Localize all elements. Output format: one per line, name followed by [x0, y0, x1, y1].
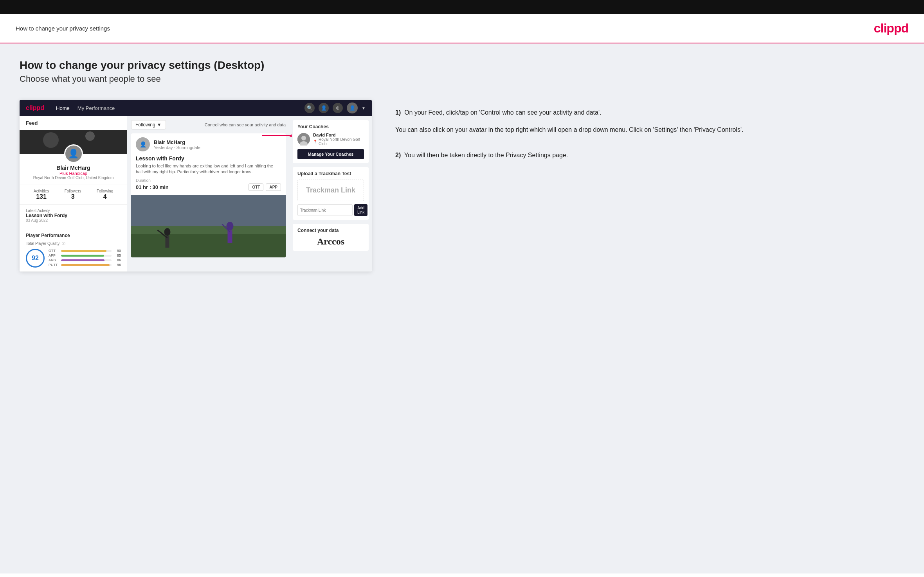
bar-arg-track [61, 259, 112, 261]
bar-arg: ARG 86 [49, 258, 121, 262]
trackman-input-row: Add Link [297, 204, 364, 216]
profile-stats: Activities 131 Followers 3 Following 4 [20, 185, 127, 205]
app-nav: clippd Home My Performance 🔍 👤 ⊕ 👤 ▼ [20, 100, 372, 116]
stat-activities: Activities 131 [34, 189, 49, 200]
activity-image [131, 195, 286, 257]
app-feed: Following ▼ Control who can see your act… [127, 116, 290, 271]
connect-card: Connect your data Arccos [293, 224, 369, 251]
profile-name: Blair McHarg [56, 165, 90, 171]
activity-duration-label: Duration [136, 178, 281, 183]
step-2: 2) You will then be taken directly to th… [395, 150, 904, 160]
header-title: How to change your privacy settings [16, 25, 110, 32]
content-area: clippd Home My Performance 🔍 👤 ⊕ 👤 ▼ Fee [20, 100, 904, 271]
step1-text: 1) On your Feed, click/tap on 'Control w… [395, 108, 904, 118]
bar-putt: PUTT 96 [49, 263, 121, 267]
profile-avatar-wrap: Blair McHarg Plus Handicap Royal North D… [20, 154, 127, 185]
stat-followers-label: Followers [65, 189, 81, 193]
coach-avatar [297, 133, 310, 146]
page-heading: How to change your privacy settings (Des… [20, 59, 904, 72]
stat-followers: Followers 3 [65, 189, 81, 200]
app-body: Feed Blair McHarg Plus Handicap Royal No… [20, 116, 372, 271]
info-icon: ⓘ [62, 242, 65, 246]
activity-duration-value: 01 hr : 30 min [136, 184, 169, 190]
latest-activity-date: 03 Aug 2022 [26, 218, 121, 223]
control-link[interactable]: Control who can see your activity and da… [205, 122, 286, 127]
footer: Copyright Clippd 2022 [0, 573, 924, 577]
tag-app[interactable]: APP [266, 183, 281, 191]
arrow-overlay: ◄ [262, 135, 290, 136]
bar-ott-value: 90 [113, 249, 121, 253]
quality-label: Total Player Quality ⓘ [26, 241, 121, 246]
person-icon[interactable]: 👤 [319, 103, 329, 113]
quality-bars: OTT 90 APP 85 ARG [49, 249, 121, 268]
stat-activities-label: Activities [34, 189, 49, 193]
trackman-card: Upload a Trackman Test Trackman Link Add… [293, 167, 369, 220]
chevron-down-icon: ▼ [157, 122, 162, 128]
activity-avatar: 👤 [136, 137, 150, 151]
avatar[interactable]: 👤 [347, 102, 358, 113]
location-icon[interactable]: ⊕ [333, 103, 343, 113]
top-bar [0, 0, 924, 14]
activity-user-name: Blair McHarg [154, 139, 281, 145]
activity-body: Lesson with Fordy Looking to feel like m… [131, 155, 286, 195]
step1-part2: You can also click on your avatar in the… [395, 125, 904, 135]
svg-rect-5 [131, 234, 286, 257]
add-link-button[interactable]: Add Link [354, 204, 367, 216]
bar-app-value: 85 [113, 253, 121, 257]
app-logo: clippd [26, 104, 44, 111]
latest-activity: Latest Activity Lesson with Fordy 03 Aug… [20, 205, 127, 226]
svg-point-2 [85, 131, 95, 141]
tag-ott[interactable]: OTT [249, 183, 263, 191]
chevron-down-icon: ▼ [362, 106, 366, 110]
trackman-input[interactable] [297, 204, 353, 216]
bar-putt-label: PUTT [49, 263, 59, 267]
perf-title: Player Performance [26, 233, 121, 238]
coach-club-row: 📍 Royal North Devon Golf Club [313, 137, 364, 146]
step2-text: 2) You will then be taken directly to th… [395, 150, 904, 160]
coaches-card: Your Coaches David Ford [293, 120, 369, 163]
bar-ott-label: OTT [49, 249, 59, 253]
step1-part1: On your Feed, click/tap on 'Control who … [404, 109, 601, 116]
app-nav-links: Home My Performance [56, 105, 304, 111]
stat-followers-value: 3 [65, 193, 81, 200]
activity-desc: Looking to feel like my hands are exitin… [136, 163, 281, 175]
arccos-brand: Arccos [297, 236, 364, 247]
search-icon[interactable]: 🔍 [304, 103, 315, 113]
player-performance: Player Performance Total Player Quality … [20, 229, 127, 271]
stat-following-label: Following [97, 189, 113, 193]
clippd-logo: clippd [874, 21, 908, 36]
coach-info: David Ford 📍 Royal North Devon Golf Club [313, 133, 364, 146]
feed-following-bar: Following ▼ Control who can see your act… [131, 120, 286, 129]
step2-number: 2) [395, 152, 401, 158]
activity-header: 👤 Blair McHarg Yesterday · Sunningdale [131, 133, 286, 155]
bar-app-track [61, 255, 112, 257]
header: How to change your privacy settings clip… [0, 14, 924, 43]
app-right-panel: Your Coaches David Ford [290, 116, 372, 271]
svg-rect-10 [228, 230, 232, 243]
bar-app: APP 85 [49, 253, 121, 257]
bar-arg-label: ARG [49, 258, 59, 262]
instructions-panel: 1) On your Feed, click/tap on 'Control w… [387, 100, 904, 184]
step1-number: 1) [395, 109, 401, 116]
activity-duration-row: 01 hr : 30 min OTT APP [136, 183, 281, 191]
following-button[interactable]: Following ▼ [131, 120, 166, 129]
app-sidebar: Feed Blair McHarg Plus Handicap Royal No… [20, 116, 127, 271]
nav-link-home[interactable]: Home [56, 105, 70, 111]
coaches-title: Your Coaches [297, 124, 364, 129]
profile-avatar-img [64, 144, 83, 163]
trackman-title: Upload a Trackman Test [297, 171, 364, 176]
nav-link-performance[interactable]: My Performance [77, 105, 115, 111]
feed-tab[interactable]: Feed [20, 116, 127, 130]
coach-item: David Ford 📍 Royal North Devon Golf Club [297, 133, 364, 146]
stat-activities-value: 131 [34, 193, 49, 200]
bar-app-label: APP [49, 253, 59, 257]
quality-circle: 92 [26, 249, 45, 268]
bar-ott-track [61, 250, 112, 252]
bar-putt-value: 96 [113, 263, 121, 267]
coach-name: David Ford [313, 133, 364, 137]
manage-coaches-button[interactable]: Manage Your Coaches [297, 149, 364, 159]
activity-location: Yesterday · Sunningdale [154, 145, 281, 150]
bar-ott: OTT 90 [49, 249, 121, 253]
step-1: 1) On your Feed, click/tap on 'Control w… [395, 108, 904, 135]
quality-row: 92 OTT 90 APP 85 [26, 249, 121, 268]
